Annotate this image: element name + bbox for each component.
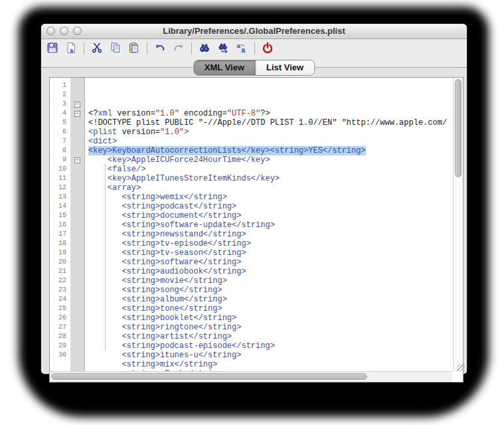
- xml-editor: 1234567891011121314151617181920212223242…: [49, 77, 463, 382]
- vertical-scrollbar-thumb[interactable]: [455, 79, 462, 177]
- reload-button[interactable]: [260, 41, 276, 56]
- line-number: 5: [50, 118, 66, 128]
- code-line[interactable]: <string>ringtone</string>: [88, 323, 453, 332]
- line-number: 17: [50, 230, 66, 239]
- fold-minus-icon[interactable]: −: [74, 102, 80, 108]
- toolbar-separator: [254, 42, 255, 54]
- line-number: 21: [50, 267, 66, 276]
- line-number-gutter: 1234567891011121314151617181920212223242…: [50, 78, 70, 371]
- undo-button[interactable]: [152, 41, 168, 56]
- code-line[interactable]: <string>mix</string>: [88, 360, 453, 369]
- line-number: 19: [50, 248, 66, 258]
- code-line[interactable]: <string>podcast-episode</string>: [88, 341, 453, 351]
- code-line[interactable]: <dict>: [88, 137, 453, 146]
- window-title: Library/Preferences/.GlobalPreferences.p…: [41, 26, 467, 36]
- code-line[interactable]: <string>software</string>: [88, 258, 453, 267]
- find-next-button[interactable]: [215, 41, 231, 56]
- paste-button[interactable]: [126, 41, 142, 56]
- code-line[interactable]: <?xml version="1.0" encoding="UTF-8"?>: [88, 109, 453, 118]
- titlebar[interactable]: Library/Preferences/.GlobalPreferences.p…: [41, 24, 467, 39]
- line-number: 12: [50, 183, 66, 193]
- line-number: 4: [50, 109, 66, 118]
- vertical-scrollbar[interactable]: [453, 78, 463, 371]
- line-number: 20: [50, 258, 66, 267]
- find-button[interactable]: [197, 41, 212, 56]
- binoculars-next-icon: [217, 42, 229, 56]
- line-number: 16: [50, 220, 66, 230]
- copy-pages-icon: [110, 42, 122, 56]
- code-line[interactable]: <string>wemix</string>: [88, 193, 453, 202]
- resize-grip[interactable]: [457, 364, 465, 372]
- line-number: 18: [50, 239, 66, 248]
- line-number: 11: [50, 174, 66, 183]
- line-number: 7: [50, 137, 66, 146]
- line-number: 26: [50, 313, 66, 323]
- view-segmented-control: XML View List View: [193, 60, 315, 76]
- line-number: 25: [50, 304, 66, 313]
- line-number: 3: [50, 100, 66, 109]
- line-number: 9: [50, 155, 66, 165]
- code-line[interactable]: <string>artist</string>: [88, 332, 453, 341]
- line-number: 28: [50, 332, 66, 341]
- svg-text:a: a: [242, 46, 246, 54]
- line-number: 10: [50, 165, 66, 174]
- code-line[interactable]: <string>song</string>: [88, 286, 453, 295]
- replace-letters-icon: aa: [236, 42, 248, 56]
- redo-button[interactable]: [171, 41, 187, 56]
- undo-arrow-icon: [154, 42, 166, 56]
- code-line[interactable]: <key>AppleICUForce24HourTime</key>: [88, 155, 453, 165]
- code-line[interactable]: <string>podcast</string>: [88, 202, 453, 211]
- horizontal-scrollbar-thumb[interactable]: [51, 373, 367, 380]
- line-number: 6: [50, 128, 66, 137]
- line-number: 13: [50, 193, 66, 202]
- toolbar-separator: [84, 42, 84, 54]
- code-line[interactable]: <string>audiobook</string>: [88, 267, 453, 276]
- line-number: 30: [50, 351, 66, 360]
- code-line[interactable]: <!DOCTYPE plist PUBLIC "-//Apple//DTD PL…: [88, 118, 453, 128]
- tab-row: XML View List View: [41, 58, 467, 78]
- code-pane[interactable]: <?xml version="1.0" encoding="UTF-8"?><!…: [85, 78, 453, 371]
- code-line[interactable]: <string>software-update</string>: [88, 220, 453, 230]
- code-line[interactable]: <key>KeyboardAutocorrectionLists</key><s…: [88, 146, 453, 155]
- line-number: 29: [50, 341, 66, 351]
- code-line[interactable]: <array>: [88, 183, 453, 193]
- code-line[interactable]: <key>AppleITunesStoreItemKinds</key>: [88, 174, 453, 183]
- replace-button[interactable]: aa: [234, 41, 250, 56]
- scissors-icon: [91, 42, 103, 56]
- horizontal-scrollbar[interactable]: [50, 371, 452, 382]
- code-line[interactable]: <string>movie</string>: [88, 276, 453, 286]
- fold-minus-icon[interactable]: −: [74, 157, 80, 163]
- tab-xml-view[interactable]: XML View: [194, 60, 255, 75]
- binoculars-icon: [199, 42, 210, 56]
- line-number: 8: [50, 146, 66, 155]
- redo-arrow-icon: [173, 42, 185, 56]
- line-number: 24: [50, 295, 66, 304]
- line-number: 14: [50, 202, 66, 211]
- copy-button[interactable]: [108, 41, 124, 56]
- code-line[interactable]: <string>album</string>: [88, 295, 453, 304]
- fold-minus-icon[interactable]: −: [74, 111, 80, 117]
- line-number: 15: [50, 211, 66, 220]
- code-line[interactable]: <string>itunes-u</string>: [88, 351, 453, 360]
- plist-editor-window: Library/Preferences/.GlobalPreferences.p…: [41, 24, 467, 374]
- line-number: 22: [50, 276, 66, 286]
- code-line[interactable]: <string>booklet</string>: [88, 313, 453, 323]
- tab-list-view[interactable]: List View: [255, 60, 314, 75]
- code-line[interactable]: <string>tv-season</string>: [88, 248, 453, 258]
- code-line[interactable]: <string>newsstand</string>: [88, 230, 453, 239]
- code-fold-strip: −−−: [70, 78, 85, 371]
- line-number: 2: [50, 90, 66, 100]
- save-button[interactable]: [44, 41, 60, 56]
- selected-line-highlight: <key>KeyboardAutocorrectionLists</key><s…: [88, 146, 366, 155]
- code-line[interactable]: <false/>: [88, 165, 453, 174]
- editor-content: 1234567891011121314151617181920212223242…: [50, 78, 463, 371]
- code-line[interactable]: <string>document</string>: [88, 211, 453, 220]
- new-document-button[interactable]: [63, 41, 79, 56]
- code-line[interactable]: <string>tone</string>: [88, 304, 453, 313]
- cut-button[interactable]: [89, 41, 105, 56]
- clipboard-icon: [128, 42, 140, 56]
- code-line[interactable]: <string>tv-episode</string>: [88, 239, 453, 248]
- code-line[interactable]: <plist version="1.0">: [88, 128, 453, 137]
- line-number: 23: [50, 286, 66, 295]
- power-icon: [262, 42, 274, 56]
